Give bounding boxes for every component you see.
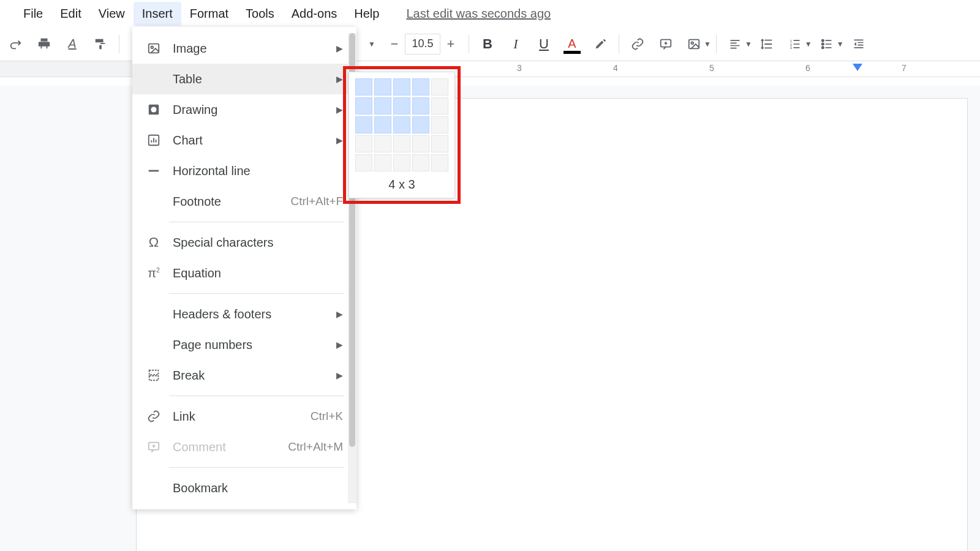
table-picker-cell[interactable] xyxy=(431,97,448,114)
menu-tools[interactable]: Tools xyxy=(237,2,283,26)
print-button[interactable] xyxy=(31,31,58,58)
italic-button[interactable]: I xyxy=(502,31,529,58)
underline-button[interactable]: U xyxy=(530,31,557,58)
insert-menu-item-break[interactable]: Break▶ xyxy=(132,360,356,391)
numbered-list-button[interactable]: 123 ▼ xyxy=(782,31,812,58)
bold-button[interactable]: B xyxy=(474,31,501,58)
table-picker-cell[interactable] xyxy=(393,116,410,133)
table-picker-cell[interactable] xyxy=(412,154,429,171)
table-picker-cell[interactable] xyxy=(355,135,372,152)
text-color-button[interactable]: A xyxy=(559,31,586,58)
table-picker-cell[interactable] xyxy=(431,78,448,96)
insert-menu-item-horizontal-line[interactable]: Horizontal line xyxy=(132,156,356,186)
insert-menu-item-table[interactable]: Table▶ xyxy=(132,64,356,94)
ruler-indent-marker[interactable] xyxy=(853,64,862,71)
table-picker-cell[interactable] xyxy=(393,154,410,171)
menu-item-shortcut: Ctrl+Alt+F xyxy=(290,195,343,208)
table-picker-cell[interactable] xyxy=(412,116,429,133)
spellcheck-button[interactable]: A xyxy=(59,31,86,58)
print-icon xyxy=(37,37,51,51)
menu-view[interactable]: View xyxy=(90,2,134,26)
table-picker-cell[interactable] xyxy=(431,116,448,133)
insert-image-button[interactable]: ▼ xyxy=(680,31,711,58)
last-edit-link[interactable]: Last edit was seconds ago xyxy=(406,7,551,21)
insert-menu-item-headers-footers[interactable]: Headers & footers▶ xyxy=(132,299,356,329)
menu-item-label: Chart xyxy=(173,133,203,148)
svg-point-2 xyxy=(691,42,693,44)
caret-down-icon: ▼ xyxy=(805,40,812,48)
svg-point-8 xyxy=(821,47,823,48)
table-picker-cell[interactable] xyxy=(431,154,448,171)
menu-item-label: Comment xyxy=(173,440,226,454)
insert-menu-item-image[interactable]: Image▶ xyxy=(132,33,356,64)
font-family-dropdown[interactable]: ▼ xyxy=(363,31,380,58)
caret-down-icon: ▼ xyxy=(368,40,375,48)
line-spacing-icon xyxy=(760,37,774,51)
table-picker-cell[interactable] xyxy=(355,154,372,171)
image-icon xyxy=(146,40,162,56)
ruler-number: 3 xyxy=(517,63,522,73)
table-picker-cell[interactable] xyxy=(393,78,410,96)
menu-item-label: Headers & footers xyxy=(173,307,271,321)
insert-comment-button[interactable] xyxy=(652,31,679,58)
insert-menu-item-special-characters[interactable]: ΩSpecial characters xyxy=(132,227,356,258)
table-picker-grid xyxy=(355,78,448,171)
menu-item-label: Special characters xyxy=(173,236,274,250)
table-picker-cell[interactable] xyxy=(355,97,372,114)
insert-link-button[interactable] xyxy=(624,31,651,58)
insert-menu-item-link[interactable]: LinkCtrl+K xyxy=(132,401,356,432)
menu-addons[interactable]: Add-ons xyxy=(283,2,346,26)
text-color-icon: A xyxy=(568,37,576,51)
menu-item-shortcut: Ctrl+Alt+M xyxy=(288,440,343,454)
insert-menu-item-footnote[interactable]: FootnoteCtrl+Alt+F xyxy=(132,186,356,217)
font-size-control: − 10.5 + xyxy=(384,34,461,54)
annotation-highlight-box: 4 x 3 xyxy=(343,66,461,204)
table-picker-cell[interactable] xyxy=(374,154,391,171)
blank-icon xyxy=(146,306,162,322)
align-button[interactable]: ▼ xyxy=(722,31,752,58)
spellcheck-icon: A xyxy=(68,37,76,51)
increase-font-size-button[interactable]: + xyxy=(440,34,461,54)
insert-menu-item-comment: CommentCtrl+Alt+M xyxy=(132,432,356,462)
menu-insert[interactable]: Insert xyxy=(134,2,181,26)
paint-format-button[interactable] xyxy=(87,31,114,58)
ruler-number: 5 xyxy=(709,63,714,73)
menu-help[interactable]: Help xyxy=(345,2,388,26)
line-spacing-button[interactable] xyxy=(753,31,780,58)
font-size-input[interactable]: 10.5 xyxy=(405,34,440,54)
bulleted-list-button[interactable]: ▼ xyxy=(813,31,844,58)
toolbar-separator xyxy=(716,35,717,53)
table-picker-cell[interactable] xyxy=(374,78,391,96)
menu-separator xyxy=(169,467,344,468)
highlight-button[interactable] xyxy=(587,31,614,58)
menu-file[interactable]: File xyxy=(15,2,51,26)
insert-menu-item-bookmark[interactable]: Bookmark xyxy=(132,473,356,503)
insert-menu-item-chart[interactable]: Chart▶ xyxy=(132,125,356,156)
table-picker-cell[interactable] xyxy=(355,78,372,96)
menu-separator xyxy=(169,222,344,222)
insert-menu-item-page-numbers[interactable]: Page numbers▶ xyxy=(132,329,356,360)
table-picker-cell[interactable] xyxy=(412,78,429,96)
table-picker-cell[interactable] xyxy=(355,116,372,133)
table-picker-cell[interactable] xyxy=(412,97,429,114)
ruler-number: 6 xyxy=(805,63,810,73)
table-picker-cell[interactable] xyxy=(393,97,410,114)
table-size-picker: 4 x 3 xyxy=(349,72,455,198)
insert-menu-item-equation[interactable]: π2Equation xyxy=(132,258,356,288)
blank-icon xyxy=(146,337,162,353)
table-picker-cell[interactable] xyxy=(393,135,410,152)
svg-point-7 xyxy=(821,43,823,45)
insert-menu-item-drawing[interactable]: Drawing▶ xyxy=(132,94,356,125)
menu-edit[interactable]: Edit xyxy=(51,2,89,26)
table-picker-cell[interactable] xyxy=(412,135,429,152)
redo-button[interactable] xyxy=(2,31,29,58)
decrease-indent-button[interactable] xyxy=(845,31,872,58)
table-picker-cell[interactable] xyxy=(374,116,391,133)
menu-format[interactable]: Format xyxy=(181,2,237,26)
table-picker-cell[interactable] xyxy=(374,97,391,114)
submenu-arrow-icon: ▶ xyxy=(336,105,343,114)
table-picker-cell[interactable] xyxy=(374,135,391,152)
decrease-font-size-button[interactable]: − xyxy=(384,34,405,54)
bulleted-list-icon xyxy=(821,38,833,50)
table-picker-cell[interactable] xyxy=(431,135,448,152)
